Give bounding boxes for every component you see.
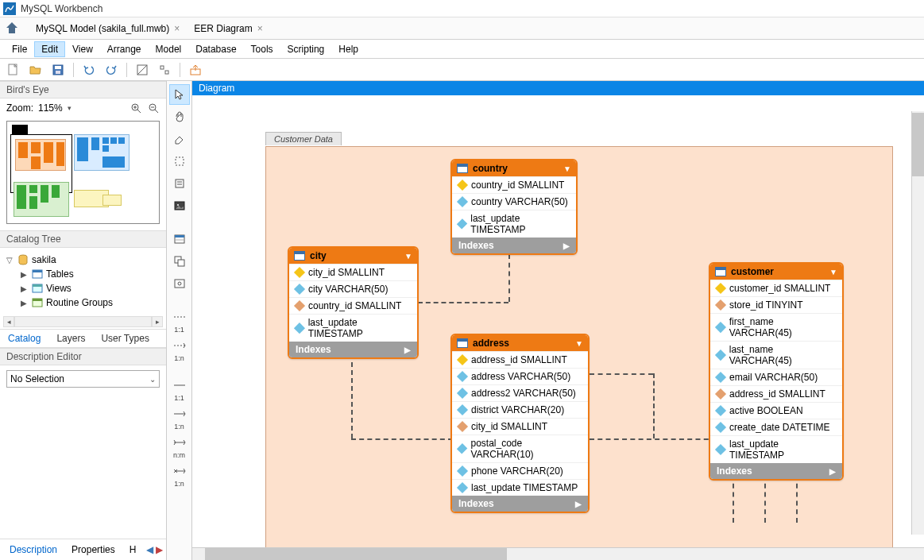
tool-palette: 1:1 1:n 1:1 1:n n:m 1:n [167,81,192,560]
menu-file[interactable]: File [5,41,34,57]
column: email VARCHAR(50) [729,372,818,383]
undo-icon[interactable] [80,61,98,79]
expand-icon[interactable]: ▶ [829,467,836,476]
column: district VARCHAR(20) [471,404,564,415]
open-file-icon[interactable] [27,61,44,79]
zoom-dropdown-icon[interactable]: ▾ [68,104,72,112]
pointer-tool-icon[interactable] [169,84,190,105]
align-icon[interactable] [156,61,173,79]
relation-1-1-id-icon[interactable] [169,375,190,396]
collapse-icon[interactable]: ▼ [829,268,837,276]
grid-toggle-icon[interactable] [133,61,151,79]
expand-icon[interactable]: ▶ [575,500,582,508]
diagram-canvas[interactable]: Customer Data country▼ country_id SMALLI… [192,95,924,547]
zoom-out-icon[interactable] [147,102,160,114]
relation-n-m-icon[interactable] [169,432,190,453]
menu-edit[interactable]: Edit [34,41,65,57]
svg-rect-22 [33,299,42,301]
relation-label: 1:n [174,423,184,431]
nav-prev-icon[interactable]: ◀ [145,543,153,556]
tab-catalog[interactable]: Catalog [0,330,48,347]
menu-database[interactable]: Database [188,41,243,57]
column-icon [457,388,468,399]
diagram-area: Diagram Customer Data country▼ c [192,81,924,560]
tree-label: Routine Groups [46,297,113,308]
expand-icon[interactable]: ▶ [563,241,570,250]
routine-tool-icon[interactable] [169,273,190,294]
new-file-icon[interactable] [5,61,22,79]
relation-1-n-nonid-icon[interactable] [169,335,190,356]
tab-description[interactable]: Description [3,541,64,558]
pk-icon [457,354,468,365]
expand-icon[interactable]: ▶ [21,270,29,279]
tab-layers[interactable]: Layers [48,330,93,347]
close-icon[interactable]: × [174,23,180,34]
collapse-icon[interactable]: ▼ [563,164,571,173]
views-icon [32,283,43,294]
svg-point-28 [177,204,179,206]
tab-eer-diagram[interactable]: EER Diagram × [187,19,269,38]
menu-scripting[interactable]: Scripting [280,41,332,57]
tree-node-tables[interactable]: ▶ Tables [3,267,163,281]
column-icon [457,371,468,382]
svg-rect-3 [56,71,60,74]
export-icon[interactable] [187,61,204,79]
collapse-icon[interactable]: ▼ [404,252,412,261]
tab-model[interactable]: MySQL Model (sakila_full.mwb) × [29,19,187,38]
app-icon [3,2,16,15]
column-icon [715,422,726,433]
table-icon [457,338,468,348]
menu-help[interactable]: Help [331,41,365,57]
expand-icon[interactable]: ▶ [21,299,29,307]
tree-node-schema[interactable]: ▽ sakila [3,253,163,267]
catalog-hscroll[interactable]: ◂ ▸ [0,315,166,329]
menu-view[interactable]: View [65,41,100,57]
tree-node-routines[interactable]: ▶ Routine Groups [3,295,163,310]
scroll-left-icon[interactable]: ◂ [3,316,14,327]
entity-customer[interactable]: customer▼ customer_id SMALLINT store_id … [709,262,844,481]
scroll-right-icon[interactable]: ▸ [152,316,163,327]
table-tool-icon[interactable] [169,229,190,249]
home-icon[interactable] [5,21,21,37]
image-tool-icon[interactable] [169,195,190,216]
note-tool-icon[interactable] [169,173,190,194]
relation-1-1-nonid-icon[interactable] [169,307,190,327]
entity-name: country [473,163,508,174]
relation-1-n-id-icon[interactable] [169,404,190,424]
redo-icon[interactable] [102,61,120,79]
expand-icon[interactable]: ▽ [6,256,14,265]
database-icon [17,254,29,265]
zoom-value: 115% [38,102,63,114]
birds-eye-header: Bird's Eye [0,81,166,98]
zoom-in-icon[interactable] [130,102,142,114]
collapse-icon[interactable]: ▼ [575,339,583,348]
column: country_id SMALLINT [308,300,401,311]
tab-history[interactable]: H [123,541,143,558]
diagram-vscroll[interactable] [911,111,924,535]
column: last_name VARCHAR(45) [729,344,836,366]
expand-icon[interactable]: ▶ [404,346,411,354]
nav-next-icon[interactable]: ▶ [155,543,163,556]
view-tool-icon[interactable] [169,251,190,272]
entity-address[interactable]: address▼ address_id SMALLINT address VAR… [450,334,590,513]
indexes-label: Indexes [458,498,494,509]
diagram-hscroll[interactable] [192,547,924,560]
layer-tool-icon[interactable] [169,151,190,172]
tab-properties[interactable]: Properties [65,541,122,558]
entity-country[interactable]: country▼ country_id SMALLINT country VAR… [450,159,578,255]
close-icon[interactable]: × [257,23,263,34]
hand-tool-icon[interactable] [169,106,190,127]
birds-eye-canvas[interactable] [6,121,160,224]
save-icon[interactable] [49,61,67,79]
menu-model[interactable]: Model [149,41,189,57]
menu-arrange[interactable]: Arrange [100,41,149,57]
entity-city[interactable]: city▼ city_id SMALLINT city VARCHAR(50) … [288,246,419,359]
description-select[interactable]: No Selection ⌄ [6,370,160,388]
tree-node-views[interactable]: ▶ Views [3,281,163,295]
menu-tools[interactable]: Tools [244,41,280,57]
relation-place-icon[interactable] [169,461,190,481]
eraser-tool-icon[interactable] [169,129,190,149]
tab-user-types[interactable]: User Types [93,330,157,347]
expand-icon[interactable]: ▶ [21,284,29,293]
select-value: No Selection [10,373,64,384]
